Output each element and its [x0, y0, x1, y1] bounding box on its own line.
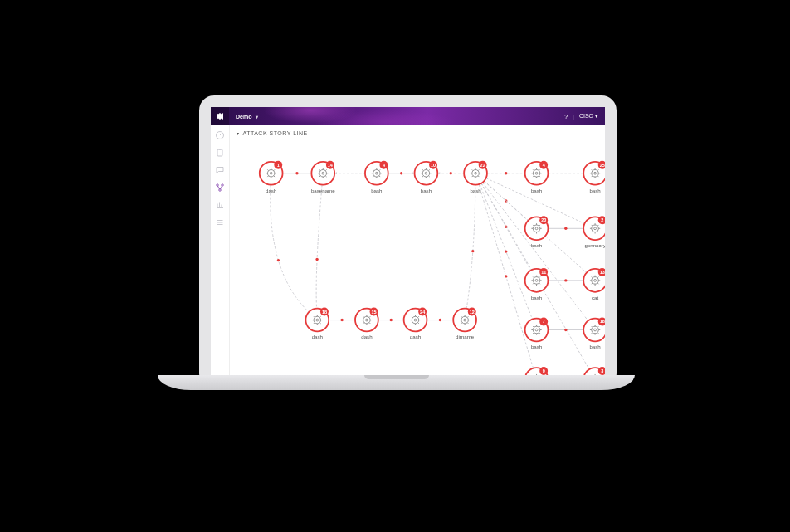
svg-text:dash: dash [312, 334, 324, 339]
svg-text:dirname: dirname [456, 334, 475, 339]
graph-node[interactable]: 20bash [525, 216, 549, 248]
caret-down-icon: ▾ [237, 130, 240, 136]
svg-text:gonnacry: gonnacry [584, 242, 605, 248]
svg-text:25: 25 [600, 163, 605, 168]
attack-graph[interactable]: 1dash14basename4bash10bash22bash4bash25b… [230, 140, 605, 377]
graph-node[interactable]: 18dash [305, 308, 329, 340]
graph-node[interactable]: 7bash [525, 318, 549, 350]
chat-icon[interactable] [215, 165, 225, 175]
help-button[interactable]: ? [564, 114, 568, 120]
graph-node[interactable]: 4bash [365, 161, 388, 193]
svg-point-35 [564, 329, 567, 331]
svg-text:3: 3 [601, 368, 603, 373]
svg-text:20: 20 [541, 217, 546, 222]
graph-node[interactable]: 13cat [583, 268, 605, 300]
svg-point-25 [505, 250, 507, 252]
role-selector[interactable]: CISO ▾ [579, 113, 598, 120]
svg-point-3 [222, 184, 224, 187]
svg-point-2 [217, 184, 219, 187]
svg-point-10 [400, 172, 402, 174]
svg-text:bash: bash [371, 188, 383, 193]
svg-text:7: 7 [543, 319, 545, 324]
svg-text:dash: dash [361, 334, 373, 339]
graph-node[interactable]: 12dirname [453, 308, 476, 340]
svg-point-13 [450, 172, 452, 174]
svg-point-31 [564, 227, 567, 230]
chart-icon[interactable] [215, 200, 225, 210]
role-label: CISO [579, 113, 593, 119]
svg-text:bash: bash [531, 295, 543, 300]
header-divider: | [573, 114, 574, 120]
svg-point-28 [505, 275, 507, 277]
svg-text:cat: cat [592, 295, 598, 300]
brand-logo-icon[interactable] [211, 107, 229, 125]
tenant-name: Demo [236, 114, 251, 120]
svg-point-45 [315, 258, 318, 261]
svg-text:bash: bash [531, 242, 543, 248]
svg-point-39 [340, 319, 343, 321]
laptop-frame: Demo ▾ ? | CISO ▾ [199, 95, 617, 388]
svg-text:bash: bash [470, 188, 481, 193]
graph-node[interactable]: 14basename [311, 161, 335, 193]
graph-node[interactable]: 4bash [525, 161, 549, 193]
svg-text:9: 9 [543, 368, 545, 373]
svg-text:bash: bash [589, 344, 601, 349]
svg-point-44 [277, 259, 280, 261]
app-body: ▾ ATTACK STORY LINE 1dash14basename4bash… [211, 125, 605, 377]
svg-text:bash: bash [531, 344, 543, 349]
svg-text:4: 4 [383, 163, 385, 168]
graph-node[interactable]: 10bash [415, 161, 438, 193]
svg-point-41 [390, 319, 393, 321]
svg-point-4 [219, 189, 222, 192]
more-icon[interactable] [215, 217, 225, 227]
gauge-icon[interactable] [215, 130, 225, 140]
svg-text:22: 22 [480, 163, 485, 168]
svg-text:15: 15 [371, 310, 376, 315]
graph-node[interactable]: 22bash [464, 161, 487, 193]
canvas-wrap: ▾ ATTACK STORY LINE 1dash14basename4bash… [230, 125, 605, 377]
graph-node[interactable]: 24dash [404, 308, 427, 340]
svg-point-16 [505, 172, 507, 174]
graph-node[interactable]: 1dash [260, 161, 283, 193]
svg-text:bash: bash [531, 188, 543, 193]
tenant-selector[interactable]: Demo ▾ [229, 114, 265, 120]
svg-text:18: 18 [600, 319, 605, 324]
graph-node[interactable]: 18bash [583, 318, 605, 350]
svg-text:2: 2 [601, 217, 603, 222]
tree-icon[interactable] [215, 183, 225, 193]
svg-text:bash: bash [421, 188, 432, 193]
svg-text:basename: basename [311, 188, 335, 193]
section-header[interactable]: ▾ ATTACK STORY LINE [230, 125, 605, 138]
svg-text:dash: dash [410, 334, 422, 339]
svg-text:bash: bash [589, 188, 601, 193]
graph-node[interactable]: 11bash [525, 268, 549, 300]
svg-point-43 [439, 319, 441, 321]
svg-rect-1 [217, 149, 222, 156]
svg-text:13: 13 [600, 270, 605, 275]
svg-text:10: 10 [431, 163, 436, 168]
svg-text:24: 24 [420, 310, 425, 315]
graph-node[interactable]: 2gonnacry [583, 216, 605, 248]
graph-node[interactable]: 15dash [355, 308, 378, 340]
app-window: Demo ▾ ? | CISO ▾ [211, 107, 605, 377]
sidebar [211, 125, 230, 377]
chevron-down-icon: ▾ [256, 115, 258, 120]
svg-point-6 [295, 172, 298, 174]
svg-text:12: 12 [470, 310, 475, 315]
laptop-base [158, 375, 635, 390]
chevron-down-icon: ▾ [595, 113, 598, 119]
svg-text:dash: dash [266, 188, 277, 193]
svg-point-46 [471, 250, 474, 252]
svg-text:11: 11 [541, 270, 546, 275]
svg-text:18: 18 [322, 310, 327, 315]
graph-node[interactable]: 25bash [583, 161, 605, 193]
app-header: Demo ▾ ? | CISO ▾ [211, 107, 605, 125]
svg-text:1: 1 [277, 163, 280, 168]
clipboard-icon[interactable] [215, 148, 225, 158]
svg-text:4: 4 [543, 163, 545, 168]
section-title-text: ATTACK STORY LINE [243, 130, 308, 136]
svg-point-33 [564, 279, 567, 281]
svg-text:14: 14 [328, 163, 333, 168]
